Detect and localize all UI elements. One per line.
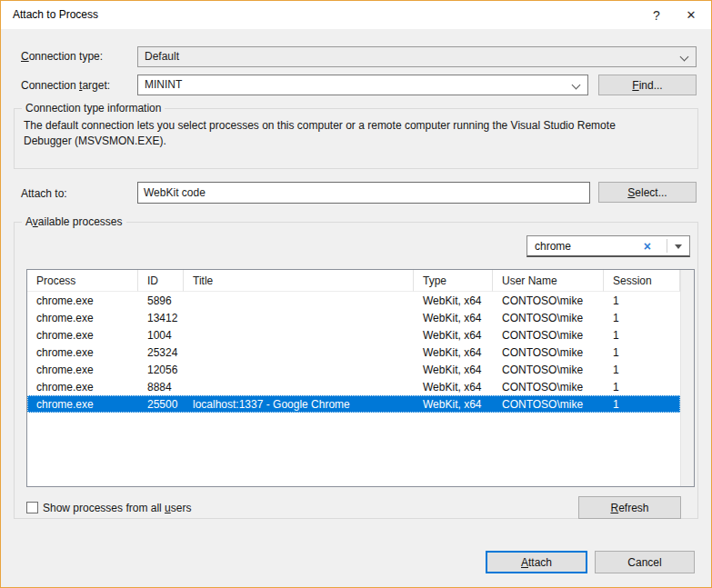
- attach-to-field[interactable]: WebKit code: [137, 182, 590, 204]
- search-dropdown-icon[interactable]: [675, 244, 682, 249]
- connection-type-info-group: Connection type information The default …: [14, 108, 698, 169]
- show-all-users-label: Show processes from all users: [43, 502, 191, 514]
- connection-type-value: Default: [145, 50, 179, 63]
- attach-to-value: WebKit code: [144, 186, 206, 199]
- cell-process: chrome.exe: [27, 292, 138, 309]
- cell-id: 25324: [138, 344, 184, 361]
- cancel-button[interactable]: Cancel: [595, 551, 695, 573]
- column-header-id[interactable]: ID: [138, 270, 184, 292]
- clear-search-icon[interactable]: ×: [644, 239, 651, 254]
- column-header-title[interactable]: Title: [184, 270, 414, 292]
- cell-process: chrome.exe: [27, 326, 138, 344]
- close-icon: ✕: [687, 8, 697, 22]
- column-header-username[interactable]: User Name: [493, 270, 604, 292]
- refresh-button[interactable]: Refresh: [578, 496, 681, 519]
- cell-process: chrome.exe: [27, 395, 138, 413]
- cell-process: chrome.exe: [27, 361, 138, 378]
- find-button[interactable]: Find...: [598, 75, 697, 95]
- cell-title: [184, 309, 414, 326]
- cell-username: CONTOSO\mike: [493, 395, 604, 413]
- cell-id: 1004: [138, 326, 184, 344]
- cell-type: WebKit, x64: [414, 344, 493, 361]
- cell-title: localhost:1337 - Google Chrome: [184, 395, 414, 413]
- dialog-title: Attach to Process: [13, 8, 98, 21]
- title-bar: Attach to Process ? ✕: [1, 1, 711, 29]
- column-header-session[interactable]: Session: [604, 270, 680, 292]
- cell-title: [184, 378, 414, 395]
- connection-type-info-title: Connection type information: [22, 102, 165, 115]
- cell-title: [184, 361, 414, 378]
- cell-type: WebKit, x64: [414, 378, 493, 395]
- connection-target-combobox[interactable]: MININT: [137, 75, 588, 95]
- process-search-input[interactable]: chrome ×: [526, 235, 690, 257]
- cell-username: CONTOSO\mike: [493, 326, 604, 344]
- cell-title: [184, 326, 414, 344]
- cell-id: 25500: [138, 395, 184, 413]
- cancel-button-label: Cancel: [627, 556, 661, 569]
- refresh-button-label: Refresh: [610, 502, 648, 514]
- cell-process: chrome.exe: [27, 309, 138, 326]
- available-processes-title: Available processes: [22, 215, 126, 228]
- table-row[interactable]: chrome.exe 25324 WebKit, x64 CONTOSO\mik…: [27, 344, 680, 361]
- connection-type-info-text: The default connection lets you select p…: [24, 118, 651, 149]
- cell-session: 1: [604, 344, 680, 361]
- cell-session: 1: [604, 378, 680, 395]
- column-header-type[interactable]: Type: [414, 270, 493, 292]
- help-button[interactable]: ?: [638, 1, 675, 29]
- table-row[interactable]: chrome.exe 5896 WebKit, x64 CONTOSO\mike…: [27, 292, 680, 309]
- table-row[interactable]: chrome.exe 1004 WebKit, x64 CONTOSO\mike…: [27, 326, 680, 344]
- cell-type: WebKit, x64: [414, 361, 493, 378]
- cell-type: WebKit, x64: [414, 292, 493, 309]
- cell-session: 1: [604, 292, 680, 309]
- connection-type-dropdown[interactable]: Default: [137, 46, 697, 67]
- cell-username: CONTOSO\mike: [493, 344, 604, 361]
- search-value: chrome: [535, 240, 571, 253]
- table-row[interactable]: chrome.exe 25500 localhost:1337 - Google…: [27, 395, 680, 413]
- cell-type: WebKit, x64: [414, 326, 493, 344]
- table-row[interactable]: chrome.exe 8884 WebKit, x64 CONTOSO\mike…: [27, 378, 680, 395]
- chevron-down-icon: [680, 53, 689, 62]
- cell-username: CONTOSO\mike: [493, 309, 604, 326]
- cell-title: [184, 292, 414, 309]
- cell-type: WebKit, x64: [414, 395, 493, 413]
- cell-id: 5896: [138, 292, 184, 309]
- help-icon: ?: [653, 8, 660, 23]
- select-button[interactable]: Select...: [598, 182, 697, 203]
- attach-button[interactable]: Attach: [486, 551, 587, 573]
- search-divider: [667, 239, 667, 253]
- cell-session: 1: [604, 395, 680, 413]
- cell-type: WebKit, x64: [414, 309, 493, 326]
- table-row[interactable]: chrome.exe 13412 WebKit, x64 CONTOSO\mik…: [27, 309, 680, 326]
- cell-session: 1: [604, 361, 680, 378]
- chevron-down-icon: [572, 81, 581, 90]
- column-header-process[interactable]: Process: [27, 270, 138, 292]
- cell-id: 13412: [138, 309, 184, 326]
- process-table: Process ID Title Type User Name Session …: [26, 269, 695, 487]
- show-all-users-checkbox[interactable]: [26, 502, 38, 513]
- select-button-label: Select...: [627, 186, 667, 199]
- cell-session: 1: [604, 326, 680, 344]
- vertical-scrollbar[interactable]: [680, 270, 694, 486]
- connection-target-value: MININT: [145, 78, 182, 91]
- attach-button-label: Attach: [521, 556, 552, 569]
- find-button-label: Find...: [632, 79, 662, 92]
- cell-id: 8884: [138, 378, 184, 395]
- connection-target-label: Connection target:: [21, 79, 110, 92]
- cell-username: CONTOSO\mike: [493, 378, 604, 395]
- attach-to-process-dialog: Attach to Process ? ✕ Connection type: D…: [0, 0, 712, 588]
- cell-process: chrome.exe: [27, 344, 138, 361]
- cell-username: CONTOSO\mike: [493, 292, 604, 309]
- cell-session: 1: [604, 309, 680, 326]
- process-table-header: Process ID Title Type User Name Session: [27, 270, 680, 292]
- table-row[interactable]: chrome.exe 12056 WebKit, x64 CONTOSO\mik…: [27, 361, 680, 378]
- cell-title: [184, 344, 414, 361]
- connection-type-label: Connection type:: [21, 50, 103, 63]
- process-table-body: chrome.exe 5896 WebKit, x64 CONTOSO\mike…: [27, 292, 694, 413]
- close-button[interactable]: ✕: [673, 1, 709, 29]
- cell-username: CONTOSO\mike: [493, 361, 604, 378]
- cell-id: 12056: [138, 361, 184, 378]
- attach-to-label: Attach to:: [21, 187, 67, 200]
- cell-process: chrome.exe: [27, 378, 138, 395]
